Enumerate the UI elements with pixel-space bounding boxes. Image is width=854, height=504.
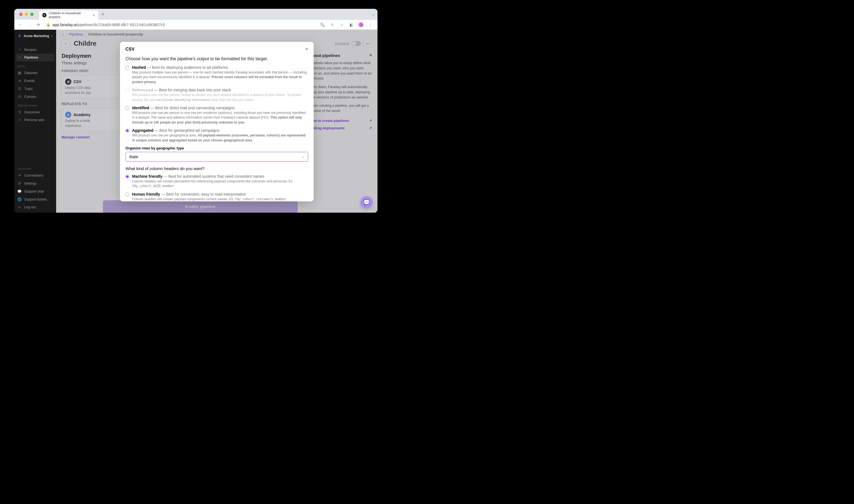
persona-icon: ☺ [18, 118, 21, 122]
chevron-down-icon: ▾ [52, 35, 53, 37]
lock-icon: 🔒 [46, 23, 50, 27]
bookmark-icon[interactable]: ☆ [339, 21, 345, 28]
browser-tab[interactable]: // Children in household propens × [39, 11, 98, 20]
tab-title: Children in household propens [49, 11, 91, 19]
ticket-icon: 🌐 [18, 197, 21, 201]
sidebar-item-support-tickets[interactable]: 🌐Support tickets [14, 195, 56, 203]
new-tab-button[interactable]: + [98, 12, 108, 17]
recipes-icon: ✧ [18, 48, 21, 52]
sidebar-item-traits[interactable]: ☰Traits [14, 85, 56, 93]
modal-overlay: CSV × Choose how you want the pipeline's… [56, 30, 378, 213]
geo-type-select[interactable]: State ⌄ [125, 152, 308, 162]
sidepanel-icon[interactable]: ◧ [349, 21, 355, 28]
chat-bubble-icon: 💬 [363, 199, 370, 205]
csv-config-modal: CSV × Choose how you want the pipeline's… [120, 42, 314, 201]
radio-input-referenced [125, 88, 129, 92]
radio-input-aggregated[interactable] [125, 129, 129, 132]
url-bar[interactable]: 🔒 app.faraday.ai/pipelines/9c224a59-868f… [44, 22, 315, 27]
share-icon[interactable]: ⇪ [330, 21, 335, 28]
radio-option-machine-friendly[interactable]: Machine friendly — Best for automated sy… [125, 174, 308, 189]
sidebar-item-logout[interactable]: ⎋Log out [14, 203, 56, 211]
sidebar-item-events[interactable]: ≋Events [14, 77, 56, 85]
column-headers-question: What kind of column headers do you want? [125, 166, 308, 171]
radio-input-machine[interactable] [125, 175, 129, 179]
cohorts-icon: ⛁ [18, 95, 21, 99]
modal-title: CSV [125, 47, 134, 52]
radio-option-referenced: Referenced — Best for merging data back … [125, 88, 308, 102]
radio-option-identified[interactable]: Identified — Best for direct mail and ca… [125, 106, 308, 125]
window-maximize[interactable] [30, 13, 34, 16]
tab-close-icon[interactable]: × [93, 13, 95, 17]
window-minimize[interactable] [25, 13, 28, 16]
window-close[interactable] [19, 13, 22, 16]
radio-input-human[interactable] [125, 193, 129, 196]
traits-icon: ☰ [18, 87, 21, 91]
org-name: Acme Marketing [24, 34, 49, 38]
window-controls [17, 13, 36, 16]
radio-option-hashed[interactable]: Hashed — Best for deploying audiences to… [125, 65, 308, 85]
browser-toolbar: ← → ⟳ 🔒 app.faraday.ai/pipelines/9c224a5… [14, 20, 378, 30]
events-icon: ≋ [18, 79, 21, 83]
geo-type-value: State [129, 155, 138, 159]
radio-input-hashed[interactable] [125, 66, 129, 70]
datasets-icon: ▦ [18, 71, 21, 75]
nav-forward-icon[interactable]: → [26, 21, 33, 28]
outcomes-icon: ⇅ [18, 110, 21, 114]
profile-avatar[interactable] [358, 22, 364, 28]
pipelines-icon: ⑂ [18, 56, 21, 59]
sidebar-item-outcomes[interactable]: ⇅Outcomes [14, 108, 56, 116]
modal-close-icon[interactable]: × [305, 46, 308, 52]
chat-icon: 💬 [18, 189, 21, 193]
zoom-icon[interactable]: 🔍 [319, 21, 326, 28]
sidebar-section-account: ACCOUNT [14, 164, 56, 172]
org-icon: // [18, 34, 21, 38]
sidebar-item-settings[interactable]: ⚙Settings [14, 179, 56, 187]
sidebar-item-datasets[interactable]: ▦Datasets [14, 69, 56, 77]
sidebar-item-support-chat[interactable]: 💬Support chat [14, 187, 56, 195]
app-sidebar: // Acme Marketing ▾ ✧Recipes ⑂Pipelines … [14, 30, 56, 213]
sidebar-item-persona-sets[interactable]: ☺Persona sets [14, 116, 56, 124]
logout-icon: ⎋ [18, 205, 21, 209]
nav-back-icon[interactable]: ← [17, 21, 23, 28]
sidebar-item-recipes[interactable]: ✧Recipes [14, 46, 56, 54]
url-path: /pipelines/9c224a59-868f-4fb7-9312-b61c8… [77, 22, 165, 27]
tab-favicon-icon: // [42, 13, 47, 17]
radio-option-human-friendly[interactable]: Human friendly — Best for convenient, ea… [125, 192, 308, 201]
modal-subtitle: Choose how you want the pipeline's outpu… [125, 56, 308, 61]
support-chat-bubble[interactable]: 💬 [360, 196, 373, 208]
gear-icon: ⚙ [18, 181, 21, 185]
sidebar-section-data: DATA [14, 61, 56, 69]
browser-tab-strip: // Children in household propens × + ⌄ [14, 9, 378, 20]
radio-option-aggregated[interactable]: Aggregated — Best for geotargeted ad cam… [125, 128, 308, 143]
radio-input-identified[interactable] [125, 106, 129, 110]
sidebar-section-predictions: PREDICTIONS [14, 101, 56, 108]
tabs-overflow-icon[interactable]: ⌄ [372, 12, 375, 16]
sidebar-item-connections[interactable]: ✦Connections [14, 172, 56, 179]
geo-type-label: Organize rows by geographic type [125, 146, 308, 150]
connections-icon: ✦ [18, 173, 21, 177]
browser-menu-icon[interactable]: ⋮ [367, 21, 374, 28]
sidebar-item-pipelines[interactable]: ⑂Pipelines [16, 54, 54, 61]
nav-reload-icon[interactable]: ⟳ [36, 21, 41, 28]
chevron-down-icon: ⌄ [302, 155, 305, 159]
sidebar-item-cohorts[interactable]: ⛁Cohorts [14, 93, 56, 101]
url-host: app.faraday.ai [53, 22, 77, 27]
org-selector[interactable]: // Acme Marketing ▾ [14, 32, 56, 40]
